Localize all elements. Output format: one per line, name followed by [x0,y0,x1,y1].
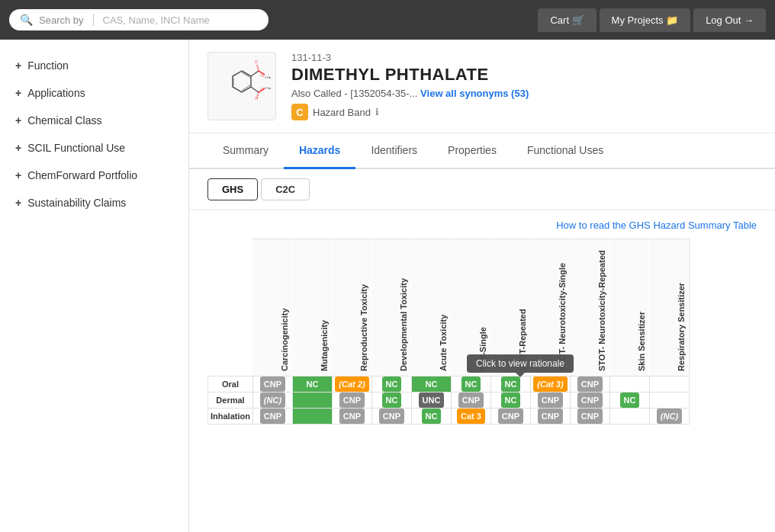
plus-icon: + [15,169,21,181]
svg-text:O: O [255,59,258,64]
tab-summary[interactable]: Summary [207,133,284,169]
sidebar-item-sustainability[interactable]: + Sustainability Claims [0,189,188,216]
th-reproductive: Reproductive Toxicity [332,239,371,377]
cell-dermal-skin[interactable]: NC [609,393,649,409]
sidebar-item-label: Applications [27,87,85,99]
tab-properties[interactable]: Properties [433,133,512,169]
cell-dermal-mut[interactable] [292,393,332,409]
cell-dermal-stot[interactable]: NC [490,393,530,409]
search-icon: 🔍 [20,14,33,26]
hazard-band: C Hazard Band ℹ [291,104,757,120]
cell-dermal-tot[interactable]: CNP [451,393,490,409]
chemical-info: 131-11-3 DIMETHYL PHTHALATE Also Called … [291,52,757,120]
sidebar-item-label: Sustainability Claims [27,197,126,209]
th-skin-sensitizer: Skin Sensitizer [609,239,649,377]
also-called-prefix: Also Called - [1352054-35-... [291,88,417,99]
svg-text:O: O [261,73,264,78]
search-label: Search by [39,14,84,26]
main-tabs: Summary Hazards Identifiers Properties F… [189,133,775,169]
cell-oral-mut[interactable]: NC [292,377,332,393]
sub-tab-c2c[interactable]: C2C [261,178,310,200]
chemical-structure-image: O O CH₃ O O CH₃ [207,52,276,120]
cell-oral-dev[interactable]: NC [371,377,411,393]
cell-inhal-neuro-s[interactable]: CNP [530,409,570,425]
cell-oral-neuro-s[interactable]: (Cat 3) [530,377,570,393]
cell-oral-resp[interactable] [649,377,689,393]
sidebar-item-chemforward[interactable]: + ChemForward Portfolio [0,162,188,189]
cell-oral-tot[interactable]: NC [451,377,490,393]
cell-dermal-carc[interactable]: (NC) [252,393,292,409]
also-called: Also Called - [1352054-35-... View all s… [291,88,757,99]
cell-inhal-neuro-r[interactable]: CNP [570,409,609,425]
row-label-inhalation: Inhalation [208,409,253,425]
th-stot-neuro-repeated: STOT- Neurotoxicity-Repeated [570,239,609,377]
svg-marker-0 [233,71,251,92]
cell-inhal-dev[interactable]: CNP [371,409,411,425]
content: O O CH₃ O O CH₃ 131-11-3 DIMETHYL PHTHAL… [189,40,775,532]
tab-hazards[interactable]: Hazards [284,133,355,169]
ghs-table-container: Click to view rationale Carcinogenicity … [207,239,757,425]
sidebar-item-label: Chemical Class [27,114,101,127]
cell-oral-carc[interactable]: CNP [252,377,292,393]
cell-inhal-repro[interactable]: CNP [332,409,371,425]
cell-inhal-carc[interactable]: CNP [252,409,292,425]
search-placeholder: CAS, Name, INCI Name [103,14,210,26]
main-layout: + Function + Applications + Chemical Cla… [0,40,775,532]
plus-icon: + [15,59,21,72]
ghs-area: How to read the GHS Hazard Summary Table… [189,210,775,425]
sidebar: + Function + Applications + Chemical Cla… [0,40,189,532]
cell-oral-skin[interactable] [609,377,649,393]
cell-dermal-resp[interactable] [649,393,689,409]
svg-line-6 [257,65,259,71]
th-carcinogenicity: Carcinogenicity [252,239,292,377]
table-row: Inhalation CNP CNP CNP NC Cat 3 CNP CNP … [208,409,690,425]
cell-inhal-stot[interactable]: CNP [490,409,530,425]
search-divider [93,14,94,26]
tab-identifiers[interactable]: Identifiers [355,133,433,169]
cart-tab[interactable]: Cart 🛒 [538,8,596,32]
synonyms-link[interactable]: View all synonyms (53) [420,88,529,99]
plus-icon: + [15,114,21,127]
cell-oral-acute[interactable]: NC [411,377,451,393]
th-empty [208,239,253,377]
chemical-header: O O CH₃ O O CH₃ 131-11-3 DIMETHYL PHTHAL… [189,40,775,133]
sidebar-item-scil[interactable]: + SCIL Functional Use [0,134,188,162]
cell-inhal-mut[interactable] [292,409,332,425]
cell-dermal-repro[interactable]: CNP [332,393,371,409]
cas-number: 131-11-3 [291,52,757,63]
hazard-band-label: Hazard Band [313,107,371,118]
row-label-oral: Oral [208,377,253,393]
hazard-table: Carcinogenicity Mutagenicity Reproductiv… [207,239,690,425]
cell-inhal-tot[interactable]: Cat 3 [451,409,490,425]
cell-oral-repro[interactable]: (Cat 2) [332,377,371,393]
sidebar-item-applications[interactable]: + Applications [0,79,188,107]
svg-text:CH₃: CH₃ [265,75,271,79]
cell-inhal-skin[interactable] [609,409,649,425]
cell-inhal-resp[interactable]: (NC) [649,409,689,425]
logout-tab[interactable]: Log Out → [693,8,766,32]
tab-functional-uses[interactable]: Functional Uses [512,133,619,169]
th-acute: Acute Toxicity [411,239,451,377]
cell-dermal-acute[interactable]: UNC [411,393,451,409]
my-projects-tab[interactable]: My Projects 📁 [600,8,691,32]
sidebar-item-label: Function [27,59,69,72]
sidebar-item-chemical-class[interactable]: + Chemical Class [0,107,188,134]
svg-line-4 [251,71,259,76]
sidebar-item-label: ChemForward Portfolio [27,169,137,181]
sub-tab-ghs[interactable]: GHS [207,178,258,200]
cell-inhal-acute[interactable]: NC [411,409,451,425]
cell-dermal-neuro-r[interactable]: CNP [570,393,609,409]
nav-tabs: Cart 🛒 My Projects 📁 Log Out → [538,8,766,32]
ghs-link-row: How to read the GHS Hazard Summary Table [207,220,757,231]
cell-oral-neuro-r[interactable]: CNP [570,377,609,393]
sidebar-item-label: SCIL Functional Use [27,142,125,154]
cell-dermal-neuro-s[interactable]: CNP [530,393,570,409]
cell-dermal-dev[interactable]: NC [371,393,411,409]
ghs-table-help-link[interactable]: How to read the GHS Hazard Summary Table [556,220,757,231]
top-nav: 🔍 Search by CAS, Name, INCI Name Cart 🛒 … [0,0,775,40]
search-box[interactable]: 🔍 Search by CAS, Name, INCI Name [9,9,269,30]
table-row: Oral CNP NC (Cat 2) NC NC NC NC (Cat 3) … [208,377,690,393]
sidebar-item-function[interactable]: + Function [0,52,188,79]
hazard-badge: C [291,104,308,120]
info-icon[interactable]: ℹ [375,107,379,117]
